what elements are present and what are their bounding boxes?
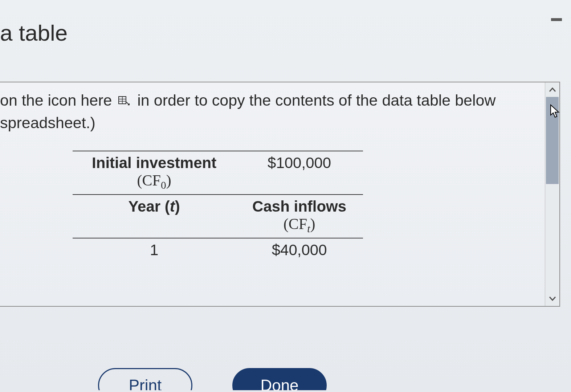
cft-notation: (CFt)	[284, 216, 315, 232]
inflow-value-cell: $40,000	[236, 238, 363, 262]
instruction-text: on the icon here in order to copy the co…	[0, 89, 538, 134]
initial-investment-label-cell: Initial investment (CF0)	[73, 151, 236, 195]
year-header-cell: Year (t)	[73, 195, 236, 238]
cash-inflows-label: Cash inflows	[252, 198, 346, 215]
vertical-scrollbar[interactable]	[545, 82, 559, 306]
mouse-cursor-icon	[550, 104, 561, 119]
button-row: Print Done	[98, 355, 327, 390]
instruction-part2: in order to copy the contents of the dat…	[137, 91, 495, 109]
table-row: Year (t) Cash inflows (CFt)	[73, 195, 363, 238]
dialog-window: a table on the icon here in order to cop…	[0, 0, 571, 392]
dialog-title: a table	[0, 20, 68, 46]
scroll-up-arrow-icon[interactable]	[545, 82, 559, 97]
instruction-part1: on the icon here	[0, 91, 112, 109]
content-area: on the icon here in order to copy the co…	[0, 82, 545, 306]
year-value-cell: 1	[73, 238, 236, 262]
scroll-down-arrow-icon[interactable]	[545, 291, 559, 306]
content-frame: on the icon here in order to copy the co…	[0, 82, 560, 307]
initial-investment-value: $100,000	[236, 151, 363, 195]
cf0-notation: (CF0)	[137, 172, 171, 189]
cash-inflows-header-cell: Cash inflows (CFt)	[236, 195, 363, 238]
initial-investment-label: Initial investment	[92, 154, 216, 171]
instruction-part3: spreadsheet.)	[0, 114, 95, 131]
year-label: Year (t)	[128, 198, 180, 215]
table-row: Initial investment (CF0) $100,000	[73, 151, 363, 195]
print-button[interactable]: Print	[98, 368, 192, 392]
table-row: 1 $40,000	[73, 238, 363, 262]
done-button[interactable]: Done	[232, 368, 327, 392]
data-table: Initial investment (CF0) $100,000 Year (…	[73, 151, 363, 262]
copy-to-spreadsheet-icon[interactable]	[118, 90, 131, 101]
minimize-icon[interactable]	[551, 18, 562, 21]
